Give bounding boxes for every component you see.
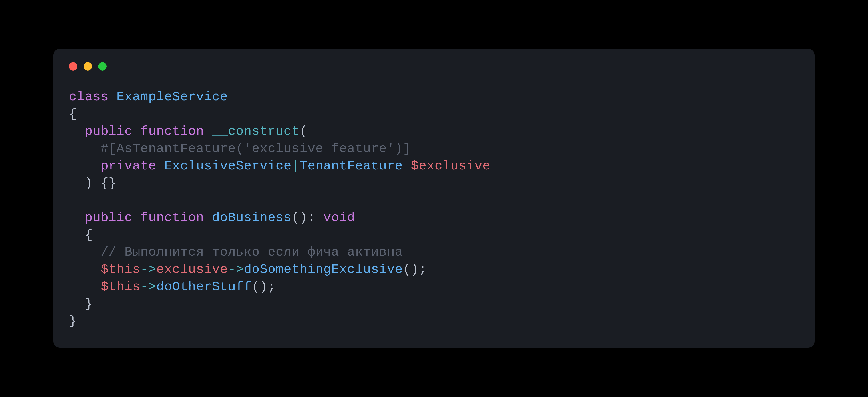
stage: class ExampleService { public function _… <box>0 0 868 397</box>
tok-end: (); <box>403 262 427 277</box>
tok-magic: __construct <box>212 124 300 138</box>
indent <box>69 124 85 138</box>
tok-type: TenantFeature <box>300 159 403 173</box>
code-card: class ExampleService { public function _… <box>53 49 815 348</box>
indent <box>69 297 85 311</box>
tok-brace: } <box>85 297 93 311</box>
tok-type: ExclusiveService <box>164 159 291 173</box>
tok-comment: // Выполнится только если фича активна <box>101 245 403 259</box>
indent <box>69 245 101 259</box>
tok-prop: exclusive <box>156 262 228 277</box>
tok-call: doOtherStuff <box>156 279 252 294</box>
indent <box>69 262 101 277</box>
indent <box>69 228 85 242</box>
minimize-icon[interactable] <box>84 62 92 71</box>
close-icon[interactable] <box>69 62 77 71</box>
tok-pipe: | <box>291 159 300 173</box>
tok-this: $this <box>101 279 141 294</box>
indent <box>69 159 101 173</box>
tok-keyword: public <box>85 210 133 225</box>
tok-call: doSomethingExclusive <box>244 262 403 277</box>
tok-attribute: #[AsTenantFeature('exclusive_feature')] <box>101 141 411 156</box>
tok-method: doBusiness <box>212 210 291 225</box>
tok-keyword: class <box>69 90 108 104</box>
indent <box>69 176 85 191</box>
tok-brace: { <box>69 107 77 122</box>
tok-keyword: function <box>141 210 204 225</box>
window-traffic-lights <box>69 62 799 71</box>
tok-variable: $exclusive <box>411 159 490 173</box>
tok-this: $this <box>101 262 141 277</box>
tok-arrow: -> <box>228 262 244 277</box>
zoom-icon[interactable] <box>98 62 106 71</box>
indent <box>69 210 85 225</box>
tok-keyword: function <box>141 124 204 138</box>
tok-brace: { <box>85 228 93 242</box>
tok-void: void <box>323 210 355 225</box>
tok-end: (); <box>252 279 276 294</box>
tok-arrow: -> <box>141 262 156 277</box>
code-block: class ExampleService { public function _… <box>69 88 799 330</box>
tok-close: ) {} <box>85 176 117 191</box>
tok-arrow: -> <box>141 279 156 294</box>
tok-brace: } <box>69 314 77 328</box>
tok-keyword: public <box>85 124 133 138</box>
tok-class: ExampleService <box>117 90 228 104</box>
indent <box>69 141 101 156</box>
tok-keyword: private <box>101 159 156 173</box>
tok-sig: (): <box>291 210 315 225</box>
tok-paren: ( <box>300 124 307 138</box>
indent <box>69 279 101 294</box>
